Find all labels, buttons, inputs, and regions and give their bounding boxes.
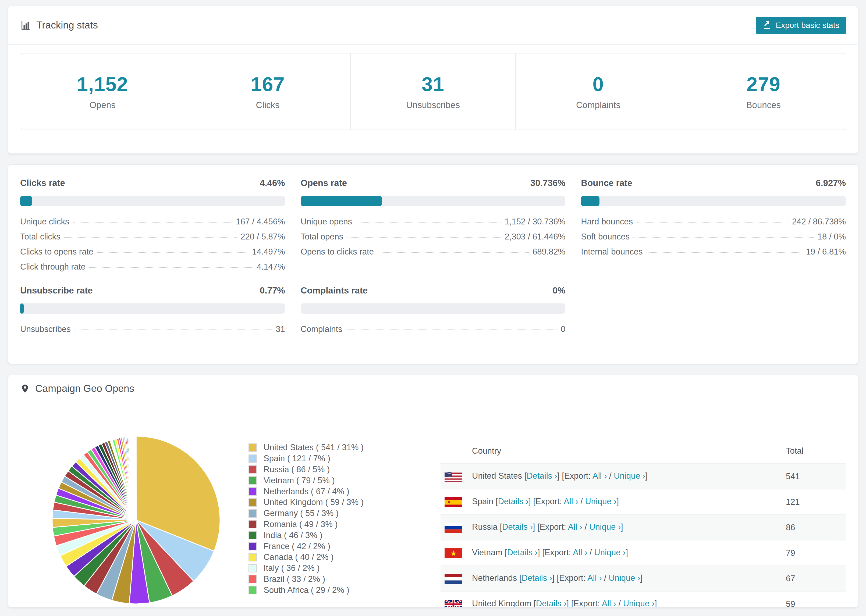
geo-table-row: Russia [Details ›] [Export: All › / Uniq… <box>441 515 846 540</box>
pie-legend: United States ( 541 / 31% ) Spain ( 121 … <box>249 442 410 596</box>
flag-nl-icon <box>444 574 462 584</box>
export-all-link[interactable]: All › <box>573 548 587 557</box>
export-unique-link[interactable]: Unique › <box>589 522 621 532</box>
tracking-stats-header: Tracking stats Export basic stats <box>8 6 858 45</box>
dotted-leader <box>97 252 248 253</box>
rate-progress-track <box>301 303 565 314</box>
dotted-leader <box>89 267 253 268</box>
rate-row-value: 31 <box>276 325 285 333</box>
tracking-stats-title: Tracking stats <box>36 20 98 31</box>
legend-item[interactable]: United States ( 541 / 31% ) <box>249 442 410 453</box>
rate-row-value: 220 / 5.87% <box>241 233 285 241</box>
legend-item[interactable]: France ( 42 / 2% ) <box>249 541 410 552</box>
export-all-link[interactable]: All › <box>568 522 582 532</box>
legend-item[interactable]: United Kingdom ( 59 / 3% ) <box>249 497 410 508</box>
country-total: 79 <box>786 540 846 566</box>
legend-item[interactable]: Spain ( 121 / 7% ) <box>249 453 410 464</box>
country-name: United Kingdom <box>472 599 534 607</box>
legend-label: United States ( 541 / 31% ) <box>264 443 364 452</box>
rate-title: Bounce rate <box>581 178 632 189</box>
flag-gb-icon <box>444 599 462 607</box>
stat-label: Opens <box>90 100 116 110</box>
legend-item[interactable]: India ( 46 / 3% ) <box>249 530 410 541</box>
rate-row-value: 0 <box>561 325 565 333</box>
export-button-label: Export basic stats <box>776 21 839 30</box>
legend-item[interactable]: Brazil ( 33 / 2% ) <box>249 574 410 585</box>
geo-table: Country Total United States [Details ›] … <box>441 438 846 607</box>
dashboard-page: Tracking stats Export basic stats 1,152 … <box>0 0 866 616</box>
rate-row-label: Internal bounces <box>581 248 642 256</box>
summary-stat-cell: 0 Complaints <box>516 53 681 130</box>
details-link[interactable]: Details › <box>521 573 552 583</box>
legend-label: Russia ( 86 / 5% ) <box>264 465 330 475</box>
dotted-leader <box>346 330 557 330</box>
legend-item[interactable]: Canada ( 40 / 2% ) <box>249 552 410 563</box>
rate-progress-fill <box>581 196 599 206</box>
export-unique-link[interactable]: Unique › <box>614 471 645 481</box>
geo-opens-pie-chart[interactable] <box>50 434 222 606</box>
export-unique-link[interactable]: Unique › <box>585 497 616 506</box>
legend-item[interactable]: South Africa ( 29 / 2% ) <box>249 585 410 596</box>
stat-value: 1,152 <box>77 73 128 96</box>
legend-item[interactable]: Netherlands ( 67 / 4% ) <box>249 486 410 497</box>
legend-item[interactable]: Germany ( 55 / 3% ) <box>249 508 410 519</box>
export-unique-link[interactable]: Unique › <box>623 599 655 607</box>
legend-swatch <box>249 487 257 496</box>
rate-detail-row: Unique opens 1,152 / 30.736% <box>301 214 565 229</box>
summary-stat-cell: 279 Bounces <box>681 53 846 130</box>
rate-value: 6.927% <box>816 178 846 189</box>
rate-row-value: 167 / 4.456% <box>236 217 285 226</box>
legend-item[interactable]: Russia ( 86 / 5% ) <box>249 464 410 475</box>
legend-item[interactable]: Vietnam ( 79 / 5% ) <box>249 475 410 486</box>
flag-es-icon <box>444 497 462 507</box>
legend-label: Italy ( 36 / 2% ) <box>264 563 320 573</box>
details-link[interactable]: Details › <box>536 599 567 607</box>
details-link[interactable]: Details › <box>507 548 538 557</box>
geo-table-header-row: Country Total <box>441 438 846 464</box>
country-name: Russia <box>472 522 500 532</box>
bar-chart-icon <box>20 20 31 31</box>
rate-progress-fill <box>20 303 24 314</box>
summary-stat-cell: 1,152 Opens <box>20 53 185 130</box>
legend-label: Germany ( 55 / 3% ) <box>264 509 339 518</box>
rate-detail-row: Unique clicks 167 / 4.456% <box>20 214 285 229</box>
country-total: 86 <box>786 515 846 540</box>
legend-item[interactable]: Romania ( 49 / 3% ) <box>249 519 410 530</box>
dotted-leader <box>74 330 272 330</box>
country-cell: Vietnam [Details ›] [Export: All › / Uni… <box>441 540 786 566</box>
export-unique-link[interactable]: Unique › <box>594 548 625 557</box>
dotted-leader <box>347 237 501 237</box>
export-basic-stats-button[interactable]: Export basic stats <box>756 17 846 34</box>
rate-row-label: Unique opens <box>301 217 352 226</box>
rate-title: Complaints rate <box>301 285 368 296</box>
export-all-link[interactable]: All › <box>564 497 578 506</box>
summary-stats-row: 1,152 Opens 167 Clicks 31 Unsubscribes 0… <box>20 53 846 130</box>
rate-detail-row: Total opens 2,303 / 61.446% <box>301 229 565 244</box>
stat-value: 0 <box>592 73 604 96</box>
summary-stat-cell: 167 Clicks <box>185 53 350 130</box>
country-total: 67 <box>786 566 846 591</box>
details-link[interactable]: Details › <box>527 471 557 481</box>
details-link[interactable]: Details › <box>498 497 529 506</box>
export-icon <box>763 21 772 30</box>
legend-swatch <box>249 476 257 485</box>
details-link[interactable]: Details › <box>502 522 533 532</box>
rate-title: Unsubscribe rate <box>20 285 93 296</box>
rate-detail-row: Opens to clicks rate 689.82% <box>301 244 565 259</box>
rate-title: Clicks rate <box>20 178 65 189</box>
rate-detail-row: Unsubscribes 31 <box>20 322 285 337</box>
export-all-link[interactable]: All › <box>587 573 601 583</box>
export-all-link[interactable]: All › <box>601 599 616 607</box>
export-unique-link[interactable]: Unique › <box>609 573 640 583</box>
rate-detail-row: Hard bounces 242 / 86.738% <box>581 214 846 229</box>
legend-item[interactable]: Italy ( 36 / 2% ) <box>249 563 410 574</box>
legend-swatch <box>249 509 257 518</box>
legend-swatch <box>249 553 257 561</box>
rate-block: Unsubscribe rate 0.77% Unsubscribes 31 <box>20 285 285 337</box>
country-cell: Netherlands [Details ›] [Export: All › /… <box>441 566 786 591</box>
rate-progress-fill <box>301 196 382 206</box>
rate-row-value: 1,152 / 30.736% <box>505 217 565 226</box>
export-all-link[interactable]: All › <box>592 471 607 481</box>
legend-label: Netherlands ( 67 / 4% ) <box>264 487 350 497</box>
rate-row-label: Click through rate <box>20 262 85 271</box>
